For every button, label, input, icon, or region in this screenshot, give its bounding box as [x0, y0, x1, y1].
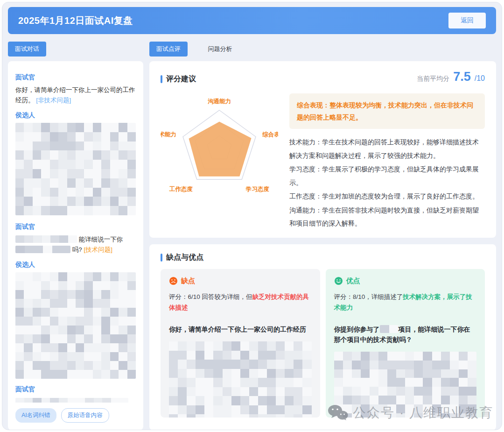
- pros-question: 你提到你参与了项目，能详细说一下你在那个项目中的技术贡献吗？: [334, 324, 477, 345]
- svg-text:学习态度: 学习态度: [245, 186, 270, 192]
- tab-problem-analysis[interactable]: 问题分析: [201, 42, 239, 57]
- ai-term-correction-button[interactable]: AI名词纠错: [15, 408, 56, 423]
- dialogue-footer: AI名词纠错 原始语音内容: [15, 403, 136, 423]
- interviewer-message: 你好，请简单介绍一下你上一家公司的工作经历。 [非技术问题]: [15, 85, 136, 106]
- dialogue-scroll[interactable]: 面试官 你好，请简单介绍一下你上一家公司的工作经历。 [非技术问题] 侯选人 面…: [15, 68, 136, 403]
- radar-chart: 沟通能力综合表现学习态度工作态度技术能力: [161, 86, 278, 231]
- section-title: 评分建议: [161, 74, 196, 84]
- title-accent-bar: [161, 75, 162, 83]
- redacted-content: [169, 341, 312, 418]
- overall-summary: 综合表现：整体表现较为均衡，技术能力突出，但在非技术问题的回答上略显不足。: [289, 93, 485, 129]
- cons-column: 缺点 评分：6/10 回答较为详细，但缺乏对技术贡献的具体描述 你好，请简单介绍…: [161, 269, 320, 418]
- redacted-content: [15, 246, 70, 253]
- smile-face-icon: [334, 276, 343, 285]
- pros-score-line: 评分：8/10，详细描述了技术解决方案，展示了技术能力: [334, 291, 477, 313]
- redacted-content: [15, 272, 136, 379]
- page-title: 2025年1月12日面试AI复盘: [18, 14, 133, 27]
- score-suggestion-card: 评分建议 当前平均分 7.5 /10 沟通能力综合表现学习态度工作态度技术能力 …: [149, 61, 496, 238]
- dialogue-panel: 面试官 你好，请简单介绍一下你上一家公司的工作经历。 [非技术问题] 侯选人 面…: [8, 61, 143, 430]
- redacted-content: [15, 123, 136, 215]
- average-score-value: 7.5: [453, 70, 471, 84]
- interviewer-label: 面试官: [15, 223, 136, 231]
- cons-label: 缺点: [181, 276, 195, 285]
- sad-face-icon: [169, 276, 178, 285]
- app-window: 2025年1月12日面试AI复盘 返回 面试对话 面试点评 问题分析 面试官 你…: [2, 2, 502, 430]
- content-area: 面试官 你好，请简单介绍一下你上一家公司的工作经历。 [非技术问题] 侯选人 面…: [8, 61, 496, 430]
- section-title: 缺点与优点: [161, 253, 485, 262]
- interviewer-message: 决的? [技术问题]: [15, 397, 136, 403]
- svg-text:综合表现: 综合表现: [262, 131, 278, 138]
- original-audio-button[interactable]: 原始语音内容: [61, 408, 109, 423]
- svg-text:技术能力: 技术能力: [161, 131, 176, 138]
- comment-work: 工作态度：学生对加班的态度较为合理，展示了良好的工作态度。: [289, 190, 485, 203]
- comment-technical: 技术能力：学生在技术问题的回答上表现较好，能够详细描述技术解决方案和问题解决过程…: [289, 135, 485, 162]
- tab-interview-dialogue[interactable]: 面试对话: [8, 42, 46, 57]
- back-button[interactable]: 返回: [448, 13, 486, 28]
- interviewer-label: 面试官: [15, 385, 136, 394]
- cons-score-line: 评分：6/10 回答较为详细，但缺乏对技术贡献的具体描述: [169, 291, 312, 313]
- pros-column: 优点 评分：8/10，详细描述了技术解决方案，展示了技术能力 你提到你参与了项目…: [326, 269, 485, 418]
- interviewer-message: 能详细说一下你 吗? [技术问题]: [15, 234, 136, 255]
- redacted-content: [380, 325, 399, 333]
- redacted-content: [15, 235, 77, 243]
- candidate-label: 侯选人: [15, 111, 136, 120]
- candidate-label: 侯选人: [15, 261, 136, 269]
- technical-tag: [技术问题]: [84, 246, 113, 253]
- cons-question: 你好，请简单介绍一下你上一家公司的工作经历: [169, 324, 312, 334]
- main-column: 评分建议 当前平均分 7.5 /10 沟通能力综合表现学习态度工作态度技术能力 …: [149, 61, 496, 430]
- tab-interview-review[interactable]: 面试点评: [149, 42, 188, 57]
- redacted-content: [334, 352, 477, 418]
- score-comments: 综合表现：整体表现较为均衡，技术能力突出，但在非技术问题的回答上略显不足。 技术…: [289, 86, 485, 231]
- interviewer-label: 面试官: [15, 73, 136, 82]
- comment-communication: 沟通能力：学生在回答非技术问题时较为直接，但缺乏对薪资期望和项目细节的深入解释。: [289, 204, 485, 230]
- average-score: 当前平均分 7.5 /10: [417, 70, 485, 84]
- title-accent-bar: [161, 254, 162, 262]
- redacted-content: [15, 398, 128, 403]
- svg-text:沟通能力: 沟通能力: [208, 98, 231, 105]
- tabs-row: 面试对话 面试点评 问题分析: [8, 42, 496, 57]
- pros-label: 优点: [346, 276, 360, 285]
- comment-learning: 学习态度：学生展示了积极的学习态度，但缺乏具体的学习成果展示。: [289, 163, 485, 189]
- svg-text:工作态度: 工作态度: [169, 186, 193, 192]
- non-technical-tag: [非技术问题]: [36, 97, 71, 104]
- pros-cons-card: 缺点与优点 缺点: [149, 244, 496, 430]
- header-bar: 2025年1月12日面试AI复盘 返回: [8, 7, 496, 34]
